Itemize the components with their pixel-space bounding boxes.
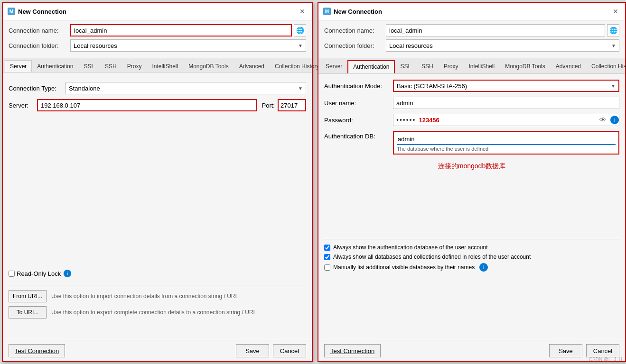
left-title-left: M New Connection: [8, 8, 66, 15]
right-password-dots: ••••••: [393, 116, 419, 124]
right-password-info-icon[interactable]: i: [610, 116, 619, 124]
left-port-label: Port:: [262, 102, 275, 109]
right-checkbox3-row: Manually list additional visible databas…: [324, 263, 619, 272]
right-folder-dropdown-arrow: ▼: [611, 43, 616, 48]
left-close-button[interactable]: ✕: [298, 7, 307, 16]
left-server-label: Server:: [9, 102, 37, 109]
left-cancel-button[interactable]: Cancel: [273, 344, 306, 357]
left-tab-ssh[interactable]: SSH: [100, 60, 122, 72]
left-tab-collection-history[interactable]: Collection History: [270, 60, 324, 72]
right-title-bar: M New Connection ✕: [318, 3, 625, 20]
left-connection-type-row: Connection Type: Standalone ▼: [9, 82, 306, 94]
watermark: CSDN @L_J_H: [589, 357, 622, 362]
left-dialog: M New Connection ✕ Connection name: 🌐 Co…: [2, 2, 313, 362]
left-from-uri-row: From URI... Use this option to import co…: [9, 290, 306, 302]
left-read-only-label[interactable]: Read-Only Lock: [9, 270, 61, 277]
left-tab-content: Connection Type: Standalone ▼ Server: Po…: [3, 73, 312, 340]
right-save-button[interactable]: Save: [549, 344, 582, 357]
right-auth-mode-dropdown[interactable]: Basic (SCRAM-SHA-256) ▼: [393, 80, 619, 92]
right-tab-ssh[interactable]: SSH: [416, 60, 439, 73]
right-auth-db-row: Authentication DB: The database where th…: [324, 131, 619, 155]
left-from-uri-button[interactable]: From URI...: [9, 290, 47, 302]
left-read-only-checkbox[interactable]: [9, 271, 15, 277]
left-test-connection-button[interactable]: Test Connection: [9, 344, 65, 357]
left-tab-intellishell[interactable]: IntelliShell: [147, 60, 183, 72]
right-checkbox2-row: Always show all databases and collection…: [324, 254, 619, 260]
right-connection-name-section: Connection name: 🌐 Connection folder: Lo…: [318, 20, 625, 58]
right-checkbox1-label: Always show the authentication database …: [333, 244, 488, 251]
right-connection-folder-dropdown[interactable]: Local resources ▼: [386, 39, 619, 52]
right-test-connection-button[interactable]: Test Connection: [324, 344, 381, 357]
right-content-spacer: [324, 178, 619, 235]
left-save-button[interactable]: Save: [236, 344, 269, 357]
left-connection-name-section: Connection name: 🌐 Connection folder: Lo…: [3, 20, 312, 58]
left-connection-name-row: Connection name: 🌐: [9, 24, 306, 36]
left-to-uri-row: To URI... Use this option to export comp…: [9, 306, 306, 318]
right-checkbox2[interactable]: [324, 254, 330, 260]
right-tab-intellishell[interactable]: IntelliShell: [463, 60, 500, 73]
left-connection-type-label: Connection Type:: [9, 85, 65, 92]
right-password-eye-icon[interactable]: 👁: [597, 114, 608, 126]
right-auth-mode-label: Authentication Mode:: [324, 82, 393, 90]
right-globe-button[interactable]: 🌐: [607, 24, 619, 36]
right-footer-right: Save Cancel: [549, 344, 619, 357]
right-connection-folder-label: Connection folder:: [324, 42, 386, 49]
left-title-bar: M New Connection ✕: [3, 3, 312, 20]
left-from-uri-desc: Use this option to import connection det…: [51, 293, 237, 300]
left-read-only-row: Read-Only Lock i: [9, 266, 306, 281]
right-tabs-bar: Server Authentication SSL SSH Proxy Inte…: [318, 58, 625, 74]
left-connection-folder-row: Connection folder: Local resources ▼: [9, 39, 306, 52]
right-connection-name-row: Connection name: 🌐: [324, 24, 619, 36]
right-tab-mongodb-tools[interactable]: MongoDB Tools: [500, 60, 551, 73]
right-tab-ssl[interactable]: SSL: [395, 60, 416, 73]
right-username-input[interactable]: [393, 97, 619, 109]
right-auth-db-label: Authentication DB:: [324, 131, 393, 140]
right-checkbox3[interactable]: [324, 264, 330, 271]
left-connection-folder-dropdown[interactable]: Local resources ▼: [70, 39, 306, 52]
left-tab-server[interactable]: Server: [5, 60, 32, 72]
left-connection-name-input[interactable]: [70, 24, 292, 36]
right-cancel-button[interactable]: Cancel: [586, 344, 619, 357]
left-dialog-title: New Connection: [18, 8, 66, 15]
left-connection-folder-value: Local resources: [74, 42, 117, 49]
left-port-input[interactable]: [278, 99, 306, 111]
right-tab-collection-history[interactable]: Collection History: [586, 60, 626, 73]
left-app-icon: M: [8, 8, 15, 15]
left-globe-button[interactable]: 🌐: [294, 24, 306, 36]
left-connection-type-dropdown[interactable]: Standalone ▼: [65, 82, 306, 94]
right-tab-server[interactable]: Server: [320, 60, 347, 73]
right-auth-db-hint: The database where the user is defined: [397, 146, 616, 152]
right-bottom-checkboxes: Always show the authentication database …: [324, 239, 619, 272]
right-password-label: Password:: [324, 117, 393, 124]
right-password-row: Password: •••••• 123456 👁 i: [324, 114, 619, 126]
left-tab-authentication[interactable]: Authentication: [32, 60, 78, 72]
left-connection-name-label: Connection name:: [9, 27, 70, 34]
left-tab-mongodb-tools[interactable]: MongoDB Tools: [183, 60, 234, 72]
left-content-spacer: [9, 120, 306, 262]
right-checkbox3-info-icon[interactable]: i: [479, 263, 488, 272]
right-auth-db-input[interactable]: [397, 134, 616, 145]
left-server-row: Server: Port:: [9, 99, 306, 111]
right-auth-db-box: The database where the user is defined: [393, 131, 619, 155]
left-tabs-bar: Server Authentication SSL SSH Proxy Inte…: [3, 58, 312, 73]
left-to-uri-button[interactable]: To URI...: [9, 306, 47, 318]
left-to-uri-desc: Use this option to export complete conne…: [51, 309, 255, 316]
left-read-only-info-icon[interactable]: i: [64, 270, 71, 277]
right-tab-authentication[interactable]: Authentication: [347, 60, 395, 73]
right-checkbox1[interactable]: [324, 245, 330, 251]
right-auth-mode-value: Basic (SCRAM-SHA-256): [397, 82, 467, 90]
right-checkbox3-label: Manually list additional visible databas…: [333, 264, 475, 271]
right-close-button[interactable]: ✕: [611, 7, 620, 16]
left-connection-type-value: Standalone: [69, 85, 100, 92]
left-tab-advanced[interactable]: Advanced: [234, 60, 270, 72]
right-connection-name-input[interactable]: [386, 24, 605, 36]
right-tab-proxy[interactable]: Proxy: [439, 60, 464, 73]
right-connection-folder-row: Connection folder: Local resources ▼: [324, 39, 619, 52]
left-connection-folder-label: Connection folder:: [9, 42, 70, 49]
right-dialog: M New Connection ✕ Connection name: 🌐 Co…: [318, 2, 626, 362]
left-tab-proxy[interactable]: Proxy: [122, 60, 147, 72]
right-username-row: User name:: [324, 97, 619, 109]
right-tab-advanced[interactable]: Advanced: [551, 60, 586, 73]
left-tab-ssl[interactable]: SSL: [78, 60, 100, 72]
left-server-input[interactable]: [37, 99, 257, 111]
